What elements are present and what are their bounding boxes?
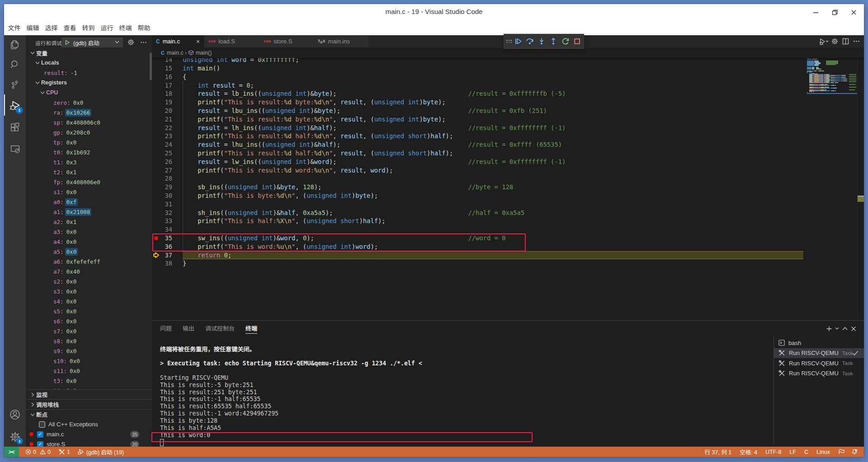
register-zero[interactable]: zero:0x0 [26,98,152,107]
code-line-16[interactable]: 16{ [152,73,864,81]
register-a7[interactable]: a7:0x40 [26,266,152,276]
tab-load.S[interactable]: ASMload.S [204,35,259,47]
register-a5[interactable]: a5:0x0 [26,247,152,257]
launch-config-dropdown[interactable]: (gdb) 启动 [61,37,123,47]
activitybar-extensions[interactable] [4,117,26,138]
register-t1[interactable]: t1:0x3 [26,157,152,167]
terminal-list-item-Run RISCV-QEMU-3[interactable]: Run RISCV-QEMUTask [774,369,864,379]
minimap[interactable] [803,58,857,320]
menu-5[interactable]: 运行 [98,21,116,35]
register-s4[interactable]: s4:0x0 [26,296,152,306]
register-a6[interactable]: a6:0xfefefeff [26,257,152,266]
var-result[interactable]: result:-1 [26,68,152,78]
checkbox-checked[interactable]: ✓ [37,431,43,438]
code-line-19[interactable]: 19 printf("This is result:%d byte:%d\n",… [152,98,864,107]
code-line-24[interactable]: 24 result = lhu_ins((unsigned int)&half)… [152,140,864,149]
more-actions-icon[interactable] [851,36,862,47]
code-line-22[interactable]: 22 result = lh_ins((unsigned int)&half);… [152,124,864,132]
code-line-25[interactable]: 25 printf("This is result:%d half:%d\n",… [152,149,864,158]
section-breakpoints[interactable]: 断点 [26,410,152,420]
menu-6[interactable]: 终端 [116,21,135,35]
code-line-28[interactable]: 28 [152,174,864,183]
checkbox-checked[interactable]: ✓ [37,441,43,447]
restore-button[interactable] [825,4,844,21]
breakpoint-file-main.c[interactable]: ✓main.c35 [26,429,152,439]
gear-icon[interactable] [829,36,840,47]
step-over-button[interactable] [524,36,536,47]
code-line-34[interactable]: 34 [152,225,864,234]
breakpoint-exceptions[interactable]: All C++ Exceptions [26,420,152,429]
register-fp[interactable]: fp:0x408006e0 [26,177,152,187]
activitybar-explorer[interactable] [4,34,26,55]
indentation-status[interactable]: 空格: 4 [740,448,757,456]
continue-button[interactable] [512,36,524,47]
register-sp[interactable]: sp:0x408006c0 [26,117,152,127]
overview-ruler[interactable] [857,58,864,320]
section-variables[interactable]: 变量 [26,48,152,58]
stop-button[interactable] [571,36,583,47]
register-a4[interactable]: a4:0x0 [26,237,152,247]
minimize-button[interactable] [806,4,825,21]
breadcrumb-file[interactable]: main.c [167,50,184,56]
split-editor-icon[interactable] [840,36,851,47]
sidebar-scrollbar[interactable] [150,53,152,80]
registers-cpu[interactable]: CPU [26,88,152,98]
section-watch[interactable]: 监视 [26,390,152,400]
activitybar-source-control[interactable] [4,75,26,95]
os-status[interactable]: Linux [816,449,830,455]
register-s9[interactable]: s9:0x0 [26,346,152,356]
register-s7[interactable]: s7:0x0 [26,326,152,336]
scope-registers[interactable]: Registers [26,78,152,88]
menu-4[interactable]: 转到 [79,21,98,35]
terminal-output[interactable]: 终端将被任务重用，按任意键关闭。> Executing task: echo S… [160,321,766,447]
cursor-position[interactable]: 行 37, 列 1 [704,448,731,456]
checkbox-unchecked[interactable] [39,421,45,428]
register-s2[interactable]: s2:0x0 [26,276,152,286]
titlebar[interactable]: main.c - 19 - Visual Studio Code [4,4,864,21]
code-line-31[interactable]: 31 [152,200,864,209]
activitybar-search[interactable] [4,54,26,75]
code-line-38[interactable]: 38} [152,259,864,268]
restart-button[interactable] [559,36,571,47]
debug-toolbar-grip[interactable] [506,37,512,46]
menu-0[interactable]: 文件 [5,21,24,35]
running-tasks-status[interactable]: 1 [59,449,70,455]
terminal-list-item-Run RISCV-QEMU-1[interactable]: Run RISCV-QEMUTask [774,348,864,359]
code-line-15[interactable]: 15int main() [152,64,864,73]
register-gp[interactable]: gp:0x208c0 [26,127,152,137]
code-editor[interactable]: 14unsigned int word = 0xffffffff;15int m… [152,58,864,320]
register-s8[interactable]: s8:0x0 [26,336,152,346]
code-line-33[interactable]: 33 printf("This is half:%X\n", (unsigned… [152,217,864,225]
code-line-37[interactable]: 37 return 0; [152,251,864,260]
terminal-list-item-bash-0[interactable]: bash [774,338,864,348]
register-t0[interactable]: t0:0x1b692 [26,147,152,157]
encoding-status[interactable]: UTF-8 [765,449,781,455]
language-status[interactable]: C [804,449,808,455]
register-t2[interactable]: t2:0x1 [26,167,152,177]
register-ra[interactable]: ra:0x10266 [26,107,152,117]
menu-2[interactable]: 选择 [42,21,61,35]
chevron-down-icon[interactable] [833,324,840,333]
register-s3[interactable]: s3:0x0 [26,286,152,296]
code-line-21[interactable]: 21 printf("This is result:%d byte:%d\n",… [152,115,864,124]
code-line-18[interactable]: 18 result = lb_ins((unsigned int)&byte);… [152,89,864,98]
breakpoint-file-store.S[interactable]: ✓store.S20 [26,439,152,447]
tab-main.c[interactable]: Cmain.c× [152,35,204,47]
code-line-23[interactable]: 23 printf("This is result:%d half:%d\n",… [152,132,864,140]
maximize-panel-icon[interactable] [840,324,849,333]
step-out-button[interactable] [547,36,559,47]
code-line-32[interactable]: 32 sh_ins((unsigned int)&half, 0xa5a5); … [152,209,864,217]
debug-session-status[interactable]: (gdb) 启动 (19) [77,448,124,456]
register-a1[interactable]: a1:0x21008 [26,207,152,217]
register-s5[interactable]: s5:0x0 [26,306,152,316]
debug-settings-gear-icon[interactable] [127,39,134,46]
breadcrumb-symbol[interactable]: main() [196,50,212,56]
register-a2[interactable]: a2:0x1 [26,217,152,227]
code-line-26[interactable]: 26 result = lw_ins((unsigned int)&word);… [152,158,864,166]
menu-1[interactable]: 编辑 [24,21,42,35]
code-line-30[interactable]: 30 printf("This is byte:%d\n", (unsigned… [152,191,864,200]
close-panel-icon[interactable] [849,324,858,333]
activitybar-account[interactable] [4,404,26,425]
section-callstack[interactable]: 调用堆栈 [26,400,152,410]
activitybar-run-and-debug[interactable] [4,95,26,116]
